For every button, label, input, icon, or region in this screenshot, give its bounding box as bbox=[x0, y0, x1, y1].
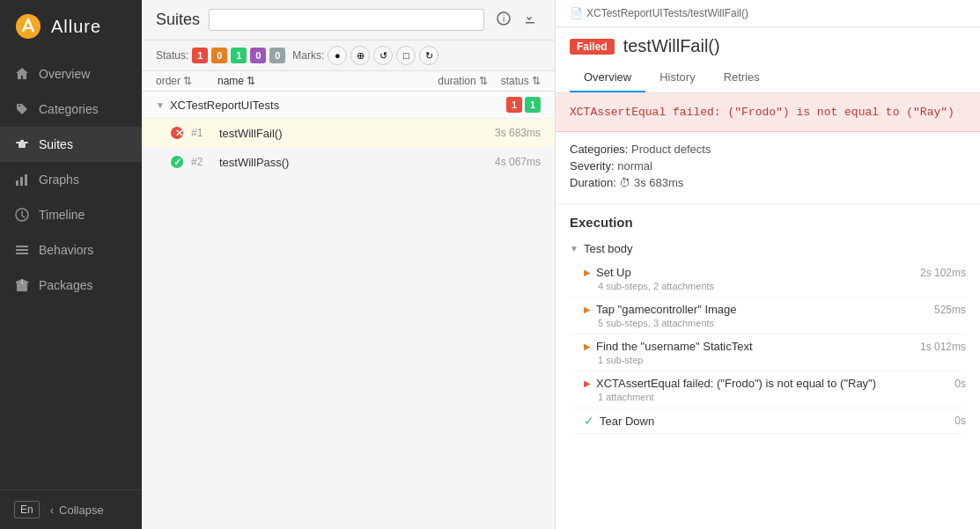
suites-actions: i bbox=[493, 10, 541, 31]
suites-title: Suites bbox=[156, 11, 200, 29]
step-duration: 525ms bbox=[934, 304, 966, 316]
step-name: Tear Down bbox=[600, 415, 949, 428]
test-item[interactable]: ✕ #1 testWillFail() 3s 683ms bbox=[142, 119, 555, 148]
suites-panel: Suites i Status: 1 0 1 0 0 Marks: bbox=[142, 0, 556, 529]
svg-rect-7 bbox=[16, 246, 28, 247]
status-badge: Failed bbox=[570, 39, 615, 55]
svg-point-0 bbox=[16, 14, 41, 39]
sidebar-nav: Overview Categories Suites Graphs Timeli… bbox=[0, 53, 142, 489]
step-item: ▶ XCTAssertEqual failed: ("Frodo") is no… bbox=[570, 371, 966, 408]
sidebar-item-label: Packages bbox=[39, 278, 92, 292]
sidebar-item-categories[interactable]: Categories bbox=[0, 92, 142, 127]
suites-search-input[interactable] bbox=[209, 9, 484, 31]
duration-icon: ⏱ bbox=[619, 176, 634, 189]
detail-panel: 📄 XCTestReportUITests/testWillFail() Fai… bbox=[556, 0, 980, 529]
download-button[interactable] bbox=[519, 10, 541, 31]
categories-label: Categories: bbox=[570, 143, 628, 156]
step-name: Find the "username" StaticText bbox=[596, 340, 915, 353]
col-name[interactable]: name ⇅ bbox=[217, 75, 417, 87]
sidebar-item-suites[interactable]: Suites bbox=[0, 127, 142, 162]
tab-retries[interactable]: Retries bbox=[710, 63, 774, 92]
sidebar-item-behaviors[interactable]: Behaviors bbox=[0, 232, 142, 268]
mark-btn-3[interactable]: □ bbox=[396, 46, 416, 65]
col-order[interactable]: order ⇅ bbox=[156, 75, 217, 87]
info-button[interactable]: i bbox=[493, 10, 514, 31]
sidebar-logo: Allure bbox=[0, 0, 142, 53]
step-ok-icon: ✓ bbox=[584, 414, 594, 428]
sidebar-item-label: Behaviors bbox=[39, 243, 93, 257]
detail-header: Failed testWillFail() Overview History R… bbox=[556, 27, 980, 93]
passed-status-icon: ✓ bbox=[170, 155, 184, 169]
sidebar-item-label: Timeline bbox=[39, 208, 85, 222]
test-name: testWillFail() bbox=[219, 127, 488, 140]
step-item: ▶ Set Up 2s 102ms 4 sub-steps, 2 attachm… bbox=[570, 261, 966, 298]
breadcrumb-text: XCTestReportUITests/testWillFail() bbox=[586, 7, 748, 19]
step-header: ✓ Tear Down 0s bbox=[584, 414, 966, 428]
detail-title-row: Failed testWillFail() bbox=[570, 36, 966, 56]
detail-breadcrumb: 📄 XCTestReportUITests/testWillFail() bbox=[556, 0, 980, 27]
breadcrumb-icon: 📄 bbox=[570, 7, 583, 19]
categories-value: Product defects bbox=[631, 143, 711, 156]
status-filter-group: Status: 1 0 1 0 0 bbox=[156, 48, 285, 63]
severity-value: normal bbox=[617, 159, 652, 173]
sidebar-item-graphs[interactable]: Graphs bbox=[0, 162, 142, 197]
sidebar: Allure Overview Categories Suites Graphs bbox=[0, 0, 142, 529]
status-badge-passed[interactable]: 1 bbox=[231, 48, 247, 63]
col-duration[interactable]: duration ⇅ bbox=[417, 75, 488, 87]
step-sub: 1 sub-step bbox=[584, 355, 966, 365]
marks-label: Marks: bbox=[292, 49, 324, 62]
collapse-label: Collapse bbox=[59, 503, 104, 517]
step-expand-icon[interactable]: ▶ bbox=[584, 268, 591, 277]
failed-status-icon: ✕ bbox=[170, 126, 184, 140]
mark-btn-2[interactable]: ↺ bbox=[373, 46, 393, 65]
svg-text:✓: ✓ bbox=[173, 157, 181, 167]
tab-history[interactable]: History bbox=[645, 63, 709, 92]
mark-btn-1[interactable]: ⊕ bbox=[350, 46, 370, 65]
error-message: XCTAssertEqual failed: ("Frodo") is not … bbox=[556, 93, 980, 132]
status-badge-failed[interactable]: 1 bbox=[192, 48, 208, 63]
step-expand-icon[interactable]: ▶ bbox=[584, 342, 591, 351]
mark-btn-0[interactable]: ● bbox=[328, 46, 347, 65]
col-status[interactable]: status ⇅ bbox=[488, 75, 541, 87]
step-expand-icon[interactable]: ▶ bbox=[584, 305, 591, 314]
step-item: ✓ Tear Down 0s bbox=[570, 408, 966, 434]
step-duration: 2s 102ms bbox=[920, 267, 966, 279]
step-duration: 0s bbox=[954, 378, 966, 390]
language-button[interactable]: En bbox=[14, 501, 40, 518]
execution-title: Execution bbox=[570, 215, 966, 230]
detail-body: XCTAssertEqual failed: ("Frodo") is not … bbox=[556, 93, 980, 529]
step-duration: 0s bbox=[954, 415, 966, 427]
collapse-button[interactable]: ‹ Collapse bbox=[50, 503, 104, 517]
marks-filter-group: Marks: ● ⊕ ↺ □ ↻ bbox=[292, 46, 438, 65]
sidebar-item-label: Categories bbox=[39, 102, 99, 116]
status-badge-broken[interactable]: 0 bbox=[211, 48, 227, 63]
chevron-down-icon: ▼ bbox=[570, 244, 578, 253]
test-number: #2 bbox=[191, 156, 212, 168]
mark-btn-4[interactable]: ↻ bbox=[419, 46, 438, 65]
status-badge-unknown[interactable]: 0 bbox=[269, 48, 285, 63]
test-item[interactable]: ✓ #2 testWillPass() 4s 067ms bbox=[142, 148, 555, 177]
sidebar-item-overview[interactable]: Overview bbox=[0, 56, 142, 92]
step-expand-icon[interactable]: ▶ bbox=[584, 378, 591, 388]
package-icon bbox=[14, 277, 30, 293]
chevron-down-icon: ▼ bbox=[156, 100, 165, 110]
test-body-label: Test body bbox=[584, 242, 633, 255]
duration-row: Duration: ⏱ 3s 683ms bbox=[570, 176, 966, 189]
sidebar-item-packages[interactable]: Packages bbox=[0, 268, 142, 303]
sidebar-item-timeline[interactable]: Timeline bbox=[0, 197, 142, 232]
duration-value: 3s 683ms bbox=[634, 176, 683, 189]
list-icon bbox=[14, 242, 30, 258]
bar-chart-icon bbox=[14, 172, 30, 187]
step-sub: 4 sub-steps, 2 attachments bbox=[584, 281, 966, 291]
suite-group-header[interactable]: ▼ XCTestReportUITests 1 1 bbox=[142, 92, 555, 119]
panel-wrapper: Suites i Status: 1 0 1 0 0 Marks: bbox=[142, 0, 980, 529]
test-body-header[interactable]: ▼ Test body bbox=[570, 237, 966, 261]
step-duration: 1s 012ms bbox=[920, 341, 966, 353]
status-badge-skipped[interactable]: 0 bbox=[250, 48, 266, 63]
tab-overview[interactable]: Overview bbox=[570, 63, 645, 92]
status-label: Status: bbox=[156, 49, 188, 62]
sidebar-bottom: En ‹ Collapse bbox=[0, 489, 142, 529]
sidebar-item-label: Overview bbox=[39, 67, 90, 81]
step-name: Set Up bbox=[596, 266, 915, 279]
svg-rect-4 bbox=[20, 177, 23, 186]
